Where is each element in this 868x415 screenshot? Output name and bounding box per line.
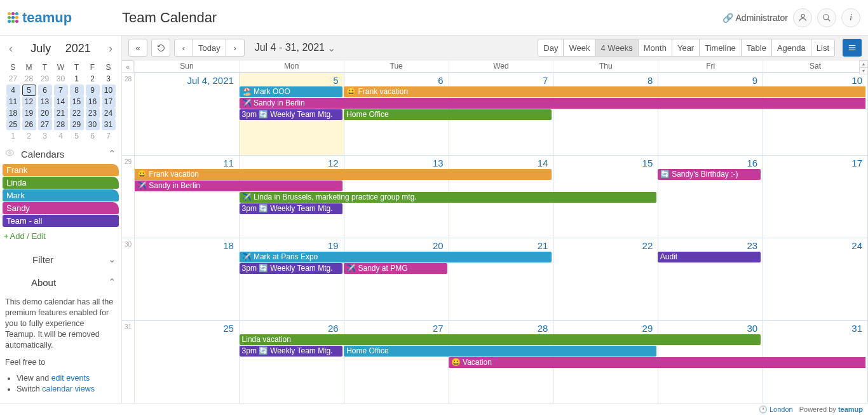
event[interactable]: Audit bbox=[658, 252, 761, 262]
mini-day[interactable]: 3 bbox=[37, 130, 53, 142]
day-cell[interactable]: 19 bbox=[240, 238, 344, 320]
info-icon-button[interactable]: i bbox=[841, 8, 860, 27]
day-cell[interactable]: 9 bbox=[658, 73, 763, 155]
calendar-chip-sandy[interactable]: Sandy bbox=[3, 202, 119, 214]
view-month[interactable]: Month bbox=[638, 39, 672, 57]
mini-day[interactable]: 30 bbox=[53, 73, 69, 85]
rewind-button[interactable]: « bbox=[128, 39, 147, 57]
logo[interactable]: teamup bbox=[8, 10, 122, 26]
mini-day[interactable]: 16 bbox=[85, 96, 100, 107]
next-button[interactable]: › bbox=[226, 39, 245, 57]
day-cell[interactable]: 21 bbox=[449, 238, 554, 320]
mini-day[interactable]: 9 bbox=[85, 85, 100, 96]
mini-day[interactable]: 24 bbox=[100, 107, 116, 119]
day-cell[interactable]: 20 bbox=[344, 238, 449, 320]
view-day[interactable]: Day bbox=[538, 39, 564, 57]
mini-day[interactable]: 8 bbox=[69, 85, 85, 96]
mini-day[interactable]: 7 bbox=[100, 130, 116, 142]
day-cell[interactable]: 24 bbox=[763, 238, 868, 320]
mini-day[interactable]: 28 bbox=[53, 119, 69, 130]
prev-month-button[interactable]: ‹ bbox=[5, 39, 17, 58]
event[interactable]: Home Office bbox=[344, 346, 656, 357]
admin-link[interactable]: 🔗 Administrator bbox=[722, 13, 788, 23]
day-cell[interactable]: 10 bbox=[763, 73, 868, 155]
day-cell[interactable]: 16 bbox=[658, 156, 763, 238]
event[interactable]: 🏖️ Mark OOO bbox=[240, 86, 343, 97]
mini-day[interactable]: 13 bbox=[37, 96, 53, 107]
mini-day[interactable]: 14 bbox=[53, 96, 69, 107]
mini-day[interactable]: 1 bbox=[5, 130, 21, 142]
nav-month[interactable]: July bbox=[31, 42, 51, 55]
refresh-button[interactable] bbox=[151, 39, 170, 57]
search-icon-button[interactable] bbox=[817, 8, 836, 27]
event[interactable]: ✈️ Sandy at PMG bbox=[344, 263, 447, 274]
view-4weeks[interactable]: 4 Weeks bbox=[595, 39, 638, 57]
mini-day[interactable]: 30 bbox=[85, 119, 100, 130]
filter-section-header[interactable]: Filter ⌄ bbox=[0, 250, 121, 269]
mini-day[interactable]: 3 bbox=[100, 73, 116, 85]
view-agenda[interactable]: Agenda bbox=[771, 39, 811, 57]
day-cell[interactable]: 27 bbox=[344, 321, 449, 403]
user-icon-button[interactable] bbox=[793, 8, 812, 27]
mini-day[interactable]: 27 bbox=[37, 119, 53, 130]
event[interactable]: 😀 Vacation bbox=[449, 357, 865, 368]
date-range-picker[interactable]: Jul 4 - 31, 2021 ⌄ bbox=[255, 42, 336, 54]
today-button[interactable]: Today bbox=[193, 39, 226, 57]
mini-day[interactable]: 2 bbox=[85, 73, 100, 85]
mini-day[interactable]: 27 bbox=[5, 73, 21, 85]
calendar-chip-mark[interactable]: Mark bbox=[3, 189, 119, 201]
mini-day[interactable]: 10 bbox=[100, 85, 116, 96]
day-cell[interactable]: 23 bbox=[658, 238, 763, 320]
mini-day[interactable]: 6 bbox=[85, 130, 100, 142]
mini-day[interactable]: 1 bbox=[69, 73, 85, 85]
mini-day[interactable]: 4 bbox=[5, 85, 21, 96]
mini-day[interactable]: 6 bbox=[37, 85, 53, 96]
day-cell[interactable]: 17 bbox=[763, 156, 868, 238]
calendars-section-header[interactable]: Calendars ⌃ bbox=[0, 144, 121, 163]
timezone[interactable]: 🕐 London bbox=[759, 405, 793, 414]
edit-events-link[interactable]: edit events bbox=[51, 374, 90, 383]
view-timeline[interactable]: Timeline bbox=[699, 39, 742, 57]
event[interactable]: 😀 Frank vacation bbox=[344, 86, 865, 97]
mini-day[interactable]: 5 bbox=[69, 130, 85, 142]
mini-day[interactable]: 19 bbox=[21, 107, 37, 119]
scroll-up-button[interactable]: ▴ bbox=[859, 60, 868, 67]
mini-day[interactable]: 7 bbox=[53, 85, 69, 96]
mini-day[interactable]: 21 bbox=[53, 107, 69, 119]
mini-day[interactable]: 2 bbox=[21, 130, 37, 142]
calendar-chip-frank[interactable]: Frank bbox=[3, 164, 119, 176]
mini-day[interactable]: 31 bbox=[100, 119, 116, 130]
day-cell[interactable]: 22 bbox=[553, 238, 658, 320]
mini-day[interactable]: 11 bbox=[5, 96, 21, 107]
day-cell[interactable]: 26 bbox=[240, 321, 344, 403]
event[interactable]: 🔄 Sandy's Birthday :-) bbox=[658, 169, 761, 180]
event[interactable]: 3pm 🔄 Weekly Team Mtg. bbox=[240, 109, 343, 120]
prev-button[interactable]: ‹ bbox=[174, 39, 193, 57]
main-menu-button[interactable] bbox=[843, 39, 862, 57]
event[interactable]: Linda vacation bbox=[240, 334, 761, 345]
mini-day[interactable]: 15 bbox=[69, 96, 85, 107]
calendar-chip-linda[interactable]: Linda bbox=[3, 177, 119, 189]
view-list[interactable]: List bbox=[811, 39, 835, 57]
about-section-header[interactable]: About ⌃ bbox=[0, 273, 121, 292]
mini-day[interactable]: 23 bbox=[85, 107, 100, 119]
day-cell[interactable]: Jul 4, 2021 bbox=[135, 73, 240, 155]
event[interactable]: ✈️ Sandy in Berlin bbox=[240, 98, 865, 109]
event[interactable]: Home Office bbox=[344, 109, 552, 120]
event[interactable]: 3pm 🔄 Weekly Team Mtg. bbox=[240, 346, 343, 357]
next-month-button[interactable]: › bbox=[105, 39, 116, 58]
event[interactable]: 😀 Frank vacation bbox=[135, 169, 552, 180]
collapse-sidebar-button[interactable]: « bbox=[122, 60, 134, 73]
day-cell[interactable]: 11 bbox=[135, 156, 240, 238]
mini-day[interactable]: 29 bbox=[37, 73, 53, 85]
mini-day[interactable]: 28 bbox=[21, 73, 37, 85]
mini-day[interactable]: 26 bbox=[21, 119, 37, 130]
event[interactable]: ✈️ Sandy in Berlin bbox=[135, 180, 342, 191]
event[interactable]: 3pm 🔄 Weekly Team Mtg. bbox=[240, 263, 343, 274]
mini-day[interactable]: 5 bbox=[21, 85, 37, 96]
mini-day[interactable]: 17 bbox=[100, 96, 116, 107]
mini-day[interactable]: 12 bbox=[21, 96, 37, 107]
nav-year[interactable]: 2021 bbox=[65, 42, 91, 55]
calendar-chip-teamall[interactable]: Team - all bbox=[3, 215, 119, 227]
view-week[interactable]: Week bbox=[563, 39, 595, 57]
